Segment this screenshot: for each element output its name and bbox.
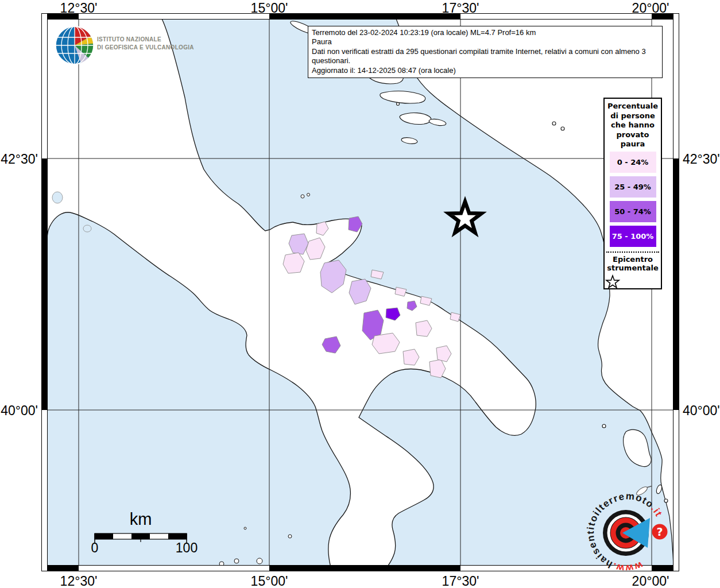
event-info-line1: Terremoto del 23-02-2024 10:23:19 (ora l… bbox=[312, 28, 659, 37]
legend: Percentuale di persone che hanno provato… bbox=[603, 98, 662, 289]
ingv-logo-line1: ISTITUTO NAZIONALE bbox=[97, 36, 194, 44]
scale-bar-start: 0 bbox=[91, 540, 99, 556]
axis-label-bottom-1500: 15°00' bbox=[251, 574, 288, 588]
legend-epicenter-label: Epicentro strumentale bbox=[605, 255, 661, 273]
legend-swatch-50-74: 50 - 74% bbox=[610, 201, 656, 222]
axis-label-top-1230: 12°30' bbox=[60, 1, 98, 16]
map-page: www.haisentitoilterremoto.it ? 12°30' 15… bbox=[0, 0, 720, 588]
map-canvas: www.haisentitoilterremoto.it ? bbox=[0, 0, 720, 588]
axis-label-top-1730: 17°30' bbox=[442, 1, 479, 16]
axis-label-bottom-2000: 20°00' bbox=[632, 574, 669, 588]
legend-title: Percentuale di persone che hanno provato… bbox=[605, 99, 661, 152]
lake-trasimeno bbox=[83, 225, 91, 232]
legend-divider bbox=[606, 252, 659, 253]
axis-label-right-4000: 40°00' bbox=[683, 403, 720, 419]
axis-label-top-2000: 20°00' bbox=[632, 1, 669, 16]
lake-bolsena bbox=[52, 192, 63, 203]
legend-swatch-75-100: 75 - 100% bbox=[610, 226, 656, 247]
ingv-logo-line2: DI GEOFISICA E VULCANOLOGIA bbox=[97, 44, 194, 52]
scale-bar-end: 100 bbox=[176, 540, 198, 556]
axis-label-top-1500: 15°00' bbox=[251, 1, 288, 16]
axis-label-left-4230: 42°30' bbox=[0, 152, 38, 167]
axis-label-bottom-1730: 17°30' bbox=[442, 574, 479, 588]
axis-label-left-4000: 40°00' bbox=[0, 403, 38, 419]
event-info-line2: Paura bbox=[312, 37, 659, 47]
axis-label-bottom-1230: 12°30' bbox=[60, 574, 98, 588]
ingv-logo-text: ISTITUTO NAZIONALE DI GEOFISICA E VULCAN… bbox=[97, 36, 194, 51]
axis-label-right-4230: 42°30' bbox=[683, 152, 720, 167]
scale-bar-unit: km bbox=[118, 510, 164, 529]
legend-epicenter-star-icon bbox=[605, 274, 621, 289]
ingv-globe-logo bbox=[56, 26, 94, 64]
legend-swatch-0-24: 0 - 24% bbox=[610, 152, 656, 173]
event-info-line4: Aggiornato il: 14-12-2025 08:47 (ora loc… bbox=[312, 66, 659, 75]
event-info-line3: Dati non verificati estratti da 295 ques… bbox=[312, 47, 659, 66]
legend-swatch-25-49: 25 - 49% bbox=[610, 176, 656, 198]
question-mark: ? bbox=[656, 525, 663, 538]
event-info-box: Terremoto del 23-02-2024 10:23:19 (ora l… bbox=[308, 26, 663, 78]
